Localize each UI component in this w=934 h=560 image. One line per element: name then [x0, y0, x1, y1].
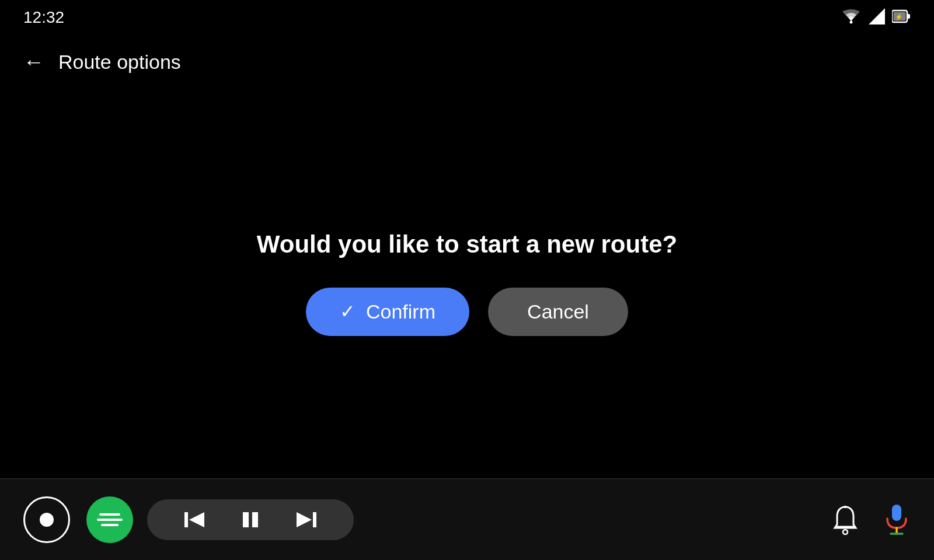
status-icons: ⚡ [841, 8, 911, 27]
svg-rect-8 [243, 512, 249, 527]
confirm-label: Confirm [366, 300, 435, 323]
bell-icon [831, 505, 859, 535]
spotify-icon [97, 513, 123, 526]
bottom-left-controls [23, 496, 354, 543]
checkmark-icon: ✓ [340, 300, 356, 323]
svg-rect-6 [184, 512, 188, 527]
microphone-icon [883, 503, 911, 536]
record-button[interactable] [23, 496, 70, 543]
dialog-buttons: ✓ Confirm Cancel [306, 288, 628, 336]
svg-marker-7 [189, 512, 204, 527]
back-button[interactable]: ← Route options [23, 50, 181, 74]
status-bar: 12:32 ⚡ [0, 0, 934, 35]
notification-button[interactable] [831, 505, 859, 535]
pause-button[interactable] [223, 509, 278, 531]
bottom-right-controls [831, 503, 911, 536]
svg-point-0 [850, 21, 853, 24]
wifi-icon [841, 8, 862, 27]
svg-text:⚡: ⚡ [895, 13, 903, 21]
svg-point-12 [843, 530, 848, 534]
next-track-button[interactable] [278, 509, 333, 531]
back-arrow-icon: ← [23, 50, 44, 74]
dialog-question: Would you like to start a new route? [257, 230, 677, 258]
svg-rect-14 [892, 505, 901, 521]
prev-track-button[interactable] [168, 509, 223, 531]
record-icon [40, 513, 54, 527]
confirm-button[interactable]: ✓ Confirm [306, 288, 469, 336]
status-time: 12:32 [23, 8, 64, 27]
svg-rect-11 [313, 512, 316, 527]
cancel-button[interactable]: Cancel [488, 288, 628, 336]
svg-marker-10 [297, 512, 312, 527]
nav-bar: ← Route options [0, 38, 934, 86]
svg-rect-9 [252, 512, 258, 527]
media-controls [147, 499, 354, 540]
signal-icon [869, 8, 885, 27]
spotify-button[interactable] [86, 496, 133, 543]
main-content: Would you like to start a new route? ✓ C… [0, 88, 934, 478]
page-title: Route options [58, 51, 181, 74]
cancel-label: Cancel [527, 300, 589, 323]
svg-rect-3 [907, 14, 910, 19]
svg-marker-1 [869, 8, 885, 24]
microphone-button[interactable] [883, 503, 911, 536]
bottom-bar [0, 478, 934, 560]
battery-icon: ⚡ [892, 8, 911, 27]
